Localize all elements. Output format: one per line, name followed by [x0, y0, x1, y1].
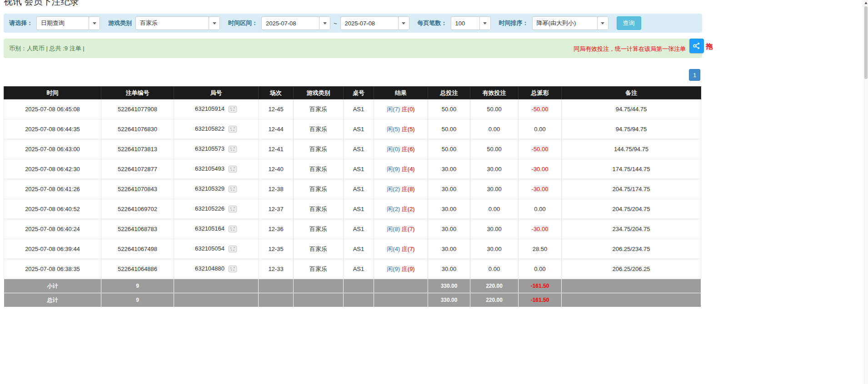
game-result-icon[interactable] — [228, 205, 237, 213]
game-type-dropdown[interactable]: 百家乐 — [135, 16, 220, 30]
cell-total-bet[interactable]: 30.00 — [428, 259, 470, 279]
page-1-button[interactable]: 1 — [689, 69, 700, 81]
table-row: 2025-07-08 06:41:26522641070843632105329… — [4, 179, 701, 199]
result-banker: 庄(8) — [402, 186, 415, 192]
total-empty — [259, 293, 294, 307]
total-count: 9 — [101, 293, 174, 307]
chevron-down-icon[interactable] — [398, 17, 409, 30]
subtotal-label: 小计 — [4, 279, 101, 293]
cell-valid-bet: 50.00 — [470, 99, 519, 119]
col-note: 备注 — [562, 87, 701, 99]
table-row: 2025-07-08 06:42:30522641072877632105493… — [4, 159, 701, 179]
subtotal-valid-bet: 220.00 — [470, 279, 519, 293]
cell-total-bet[interactable]: 30.00 — [428, 219, 470, 239]
chevron-down-icon[interactable] — [479, 17, 490, 30]
cell-table-no: AS1 — [344, 119, 374, 139]
cell-table-no: AS1 — [344, 159, 374, 179]
cell-valid-bet: 30.00 — [470, 159, 519, 179]
game-result-icon[interactable] — [228, 125, 237, 133]
result-banker: 庄(4) — [402, 166, 415, 172]
vertical-scrollbar[interactable]: ▲ — [864, 0, 868, 384]
cell-session: 12-40 — [259, 159, 294, 179]
date-to-input[interactable]: 2025-07-08 — [340, 16, 409, 30]
cell-table-no: AS1 — [344, 219, 374, 239]
game-result-icon[interactable] — [228, 185, 237, 193]
page-size-value: 100 — [451, 17, 479, 30]
chevron-down-icon[interactable] — [89, 17, 100, 30]
table-header-row: 时间 注单编号 局号 场次 游戏类别 桌号 结果 总投注 有效投注 总派彩 备注 — [4, 87, 701, 99]
cloud-share-button[interactable] — [689, 39, 704, 53]
drag-label[interactable]: 拖 — [706, 42, 713, 51]
scrollbar-thumb[interactable] — [864, 6, 868, 79]
game-result-icon[interactable] — [228, 265, 237, 273]
cell-bet-id: 522641072877 — [101, 159, 174, 179]
page-size-dropdown[interactable]: 100 — [451, 16, 491, 30]
cell-time: 2025-07-08 06:44:35 — [4, 119, 101, 139]
cell-total-bet[interactable]: 50.00 — [428, 119, 470, 139]
result-banker: 庄(7) — [402, 226, 415, 232]
round-id-text: 632105914 — [195, 105, 224, 112]
pagination: 1 — [689, 69, 700, 81]
col-time: 时间 — [4, 87, 101, 99]
game-result-icon[interactable] — [228, 245, 237, 253]
total-row: 总计 9 330.00 220.00 -161.50 — [4, 293, 701, 307]
game-result-icon[interactable] — [228, 165, 237, 173]
cell-time: 2025-07-08 06:41:26 — [4, 179, 101, 199]
subtotal-count: 9 — [101, 279, 174, 293]
table-row: 2025-07-08 06:45:08522641077908632105914… — [4, 99, 701, 119]
cell-total-bet[interactable]: 50.00 — [428, 139, 470, 159]
cell-payout: 28.50 — [519, 239, 562, 259]
cell-session: 12-35 — [259, 239, 294, 259]
cell-bet-id: 522641069702 — [101, 199, 174, 219]
total-payout: -161.50 — [519, 293, 562, 307]
query-type-value: 日期查询 — [37, 17, 89, 30]
cell-valid-bet: 0.00 — [470, 119, 519, 139]
cell-session: 12-44 — [259, 119, 294, 139]
cell-session: 12-37 — [259, 199, 294, 219]
cell-time: 2025-07-08 06:39:44 — [4, 239, 101, 259]
round-id-text: 632105573 — [195, 145, 224, 152]
subtotal-empty — [294, 279, 344, 293]
cell-game-type: 百家乐 — [294, 239, 344, 259]
total-total-bet: 330.00 — [428, 293, 470, 307]
cell-result: 闲(7) 庄(0) — [374, 99, 428, 119]
cell-time: 2025-07-08 06:38:35 — [4, 259, 101, 279]
cell-total-bet[interactable]: 30.00 — [428, 179, 470, 199]
cell-result: 闲(2) 庄(8) — [374, 179, 428, 199]
page-size-label: 每页笔数： — [418, 19, 447, 27]
date-from-input[interactable]: 2025-07-08 — [261, 16, 330, 30]
cell-note: 234.75/204.75 — [562, 219, 701, 239]
subtotal-empty — [174, 279, 259, 293]
table-row: 2025-07-08 06:38:35522641064886632104880… — [4, 259, 701, 279]
cell-bet-id: 522641068783 — [101, 219, 174, 239]
chevron-down-icon[interactable] — [209, 17, 219, 30]
scroll-up-arrow-icon[interactable]: ▲ — [864, 0, 868, 5]
cell-total-bet[interactable]: 30.00 — [428, 239, 470, 259]
col-game-type: 游戏类别 — [294, 87, 344, 99]
chevron-down-icon[interactable] — [319, 17, 330, 30]
time-sort-dropdown[interactable]: 降幂(由大到小) — [532, 16, 609, 30]
cell-valid-bet: 0.00 — [470, 199, 519, 219]
cell-payout: -50.00 — [519, 99, 562, 119]
chevron-down-icon[interactable] — [597, 17, 608, 30]
search-button[interactable]: 查询 — [617, 16, 641, 30]
cell-table-no: AS1 — [344, 99, 374, 119]
cell-total-bet[interactable]: 30.00 — [428, 159, 470, 179]
cell-result: 闲(9) 庄(4) — [374, 159, 428, 179]
game-result-icon[interactable] — [228, 105, 237, 113]
cell-table-no: AS1 — [344, 259, 374, 279]
subtotal-empty — [259, 279, 294, 293]
game-result-icon[interactable] — [228, 145, 237, 153]
cell-total-bet[interactable]: 50.00 — [428, 99, 470, 119]
round-id-text: 632105329 — [195, 185, 224, 192]
game-result-icon[interactable] — [228, 225, 237, 233]
result-player: 闲(5) — [387, 126, 400, 133]
result-player: 闲(2) — [387, 186, 400, 192]
cell-table-no: AS1 — [344, 239, 374, 259]
col-payout: 总派彩 — [519, 87, 562, 99]
query-type-dropdown[interactable]: 日期查询 — [36, 16, 100, 30]
cell-game-type: 百家乐 — [294, 119, 344, 139]
cell-total-bet[interactable]: 30.00 — [428, 199, 470, 219]
cell-table-no: AS1 — [344, 179, 374, 199]
subtotal-empty — [344, 279, 374, 293]
